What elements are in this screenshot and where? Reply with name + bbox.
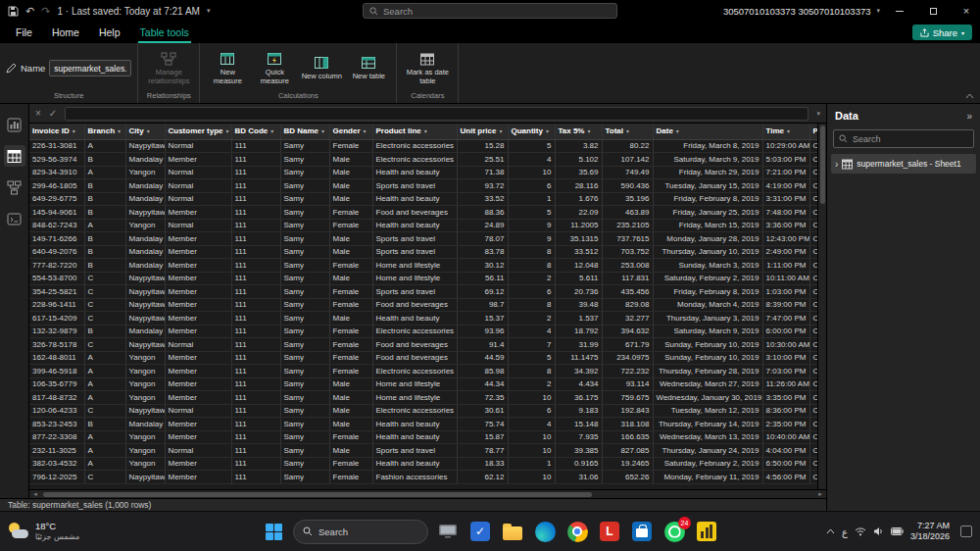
- grid-cell[interactable]: 11.1475: [555, 351, 602, 365]
- grid-cell[interactable]: 149-71-6266: [29, 232, 84, 246]
- grid-cell[interactable]: 0.9165: [555, 457, 602, 471]
- grid-cell[interactable]: Samy: [280, 206, 329, 220]
- grid-cell[interactable]: Normal: [165, 179, 231, 193]
- expand-chevron-icon[interactable]: ›: [835, 159, 838, 170]
- grid-cell[interactable]: 107.142: [602, 153, 653, 167]
- grid-cell[interactable]: Female: [329, 259, 372, 273]
- grid-cell[interactable]: Electronic accessories: [372, 365, 457, 378]
- grid-cell[interactable]: 8: [508, 259, 555, 273]
- grid-cell[interactable]: Normal: [165, 444, 231, 458]
- grid-cell[interactable]: Female: [329, 351, 372, 365]
- grid-cell[interactable]: Samy: [280, 325, 329, 338]
- grid-cell[interactable]: 1:11:00 PM: [762, 259, 809, 273]
- grid-cell[interactable]: 8: [508, 298, 555, 312]
- grid-cell[interactable]: 11:26:00 AM: [762, 377, 809, 391]
- grid-cell[interactable]: C: [809, 245, 817, 259]
- grid-cell[interactable]: 8:36:00 PM: [762, 404, 809, 418]
- grid-cell[interactable]: Naypyitaw: [125, 312, 165, 326]
- grid-cell[interactable]: Member: [165, 457, 231, 471]
- grid-cell[interactable]: 4: [508, 153, 555, 167]
- maximize-button[interactable]: [919, 0, 947, 22]
- grid-cell[interactable]: Mandalay: [125, 418, 165, 431]
- grid-cell[interactable]: 1: [508, 192, 555, 206]
- grid-cell[interactable]: Male: [329, 166, 372, 179]
- vertical-scrollbar[interactable]: [817, 124, 826, 489]
- grid-cell[interactable]: 56.11: [457, 272, 508, 285]
- grid-cell[interactable]: 3.82: [555, 139, 602, 153]
- grid-cell[interactable]: Monday, January 28, 2019: [653, 232, 762, 246]
- grid-cell[interactable]: 111: [231, 298, 280, 312]
- grid-cell[interactable]: Monday, March 4, 2019: [653, 298, 762, 312]
- column-header-product-line[interactable]: Product line▾: [372, 124, 457, 139]
- grid-cell[interactable]: 34.392: [555, 365, 602, 378]
- new-column-button[interactable]: New column: [300, 55, 343, 81]
- grid-cell[interactable]: 354-25-5821: [29, 285, 84, 299]
- grid-cell[interactable]: C: [809, 471, 817, 484]
- grid-cell[interactable]: 232-11-3025: [29, 444, 84, 458]
- grid-cell[interactable]: C: [84, 285, 125, 299]
- grid-cell[interactable]: 8: [508, 245, 555, 259]
- grid-cell[interactable]: 722.232: [602, 365, 653, 378]
- grid-cell[interactable]: 24.89: [457, 219, 508, 232]
- grid-cell[interactable]: 399-46-5918: [29, 365, 84, 378]
- grid-cell[interactable]: 111: [231, 166, 280, 179]
- grid-cell[interactable]: 7:03:00 PM: [762, 365, 809, 378]
- grid-cell[interactable]: 463.89: [602, 206, 653, 220]
- grid-cell[interactable]: 10:11:00 AM: [762, 272, 809, 285]
- grid-cell[interactable]: 85.98: [457, 365, 508, 378]
- grid-cell[interactable]: Yangon: [125, 377, 165, 391]
- grid-cell[interactable]: 3:36:00 PM: [762, 219, 809, 232]
- grid-cell[interactable]: 853-23-2453: [29, 418, 84, 431]
- grid-cell[interactable]: C: [809, 351, 817, 365]
- grid-cell[interactable]: 111: [231, 430, 280, 444]
- grid-cell[interactable]: 31.06: [555, 471, 602, 484]
- grid-cell[interactable]: 80.22: [602, 139, 653, 153]
- cancel-formula-icon[interactable]: ×: [35, 109, 41, 119]
- grid-cell[interactable]: 6: [508, 404, 555, 418]
- grid-cell[interactable]: Normal: [165, 166, 231, 179]
- grid-cell[interactable]: 3:35:00 PM: [762, 391, 809, 405]
- grid-cell[interactable]: Member: [165, 272, 231, 285]
- column-header-bd-code[interactable]: BD Code▾: [231, 124, 280, 139]
- grid-cell[interactable]: Wednesday, January 30, 2019: [653, 391, 762, 405]
- grid-cell[interactable]: Wednesday, March 13, 2019: [653, 430, 762, 444]
- grid-cell[interactable]: 5:03:00 PM: [762, 153, 809, 167]
- model-view-icon[interactable]: [4, 176, 25, 198]
- grid-cell[interactable]: Female: [329, 338, 372, 352]
- grid-cell[interactable]: Samy: [280, 351, 329, 365]
- grid-cell[interactable]: C: [809, 457, 817, 471]
- grid-cell[interactable]: Samy: [280, 444, 329, 458]
- filter-chevron-icon[interactable]: ▾: [587, 128, 590, 134]
- grid-cell[interactable]: 15.87: [457, 430, 508, 444]
- grid-cell[interactable]: Food and beverages: [372, 298, 457, 312]
- grid-cell[interactable]: 111: [231, 139, 280, 153]
- filter-chevron-icon[interactable]: ▾: [676, 128, 679, 134]
- grid-cell[interactable]: Naypyitaw: [125, 285, 165, 299]
- grid-cell[interactable]: 132-32-9879: [29, 325, 84, 338]
- grid-cell[interactable]: 234.0975: [602, 351, 653, 365]
- filter-chevron-icon[interactable]: ▾: [270, 128, 273, 134]
- grid-cell[interactable]: 31.99: [555, 338, 602, 352]
- grid-cell[interactable]: 15.28: [457, 139, 508, 153]
- grid-cell[interactable]: 12.048: [555, 259, 602, 273]
- tray-chevron-icon[interactable]: [826, 528, 835, 534]
- grid-cell[interactable]: Samy: [280, 471, 329, 484]
- grid-cell[interactable]: 111: [231, 259, 280, 273]
- autosave-chevron-icon[interactable]: ▾: [207, 7, 211, 15]
- column-header-tax-5-[interactable]: Tax 5%▾: [555, 124, 602, 139]
- grid-cell[interactable]: 703.752: [602, 245, 653, 259]
- store-icon[interactable]: [629, 519, 655, 544]
- notification-icon[interactable]: [960, 526, 972, 537]
- grid-cell[interactable]: 3:31:00 PM: [762, 192, 809, 206]
- grid-cell[interactable]: Monday, February 11, 2019: [653, 471, 762, 484]
- share-button[interactable]: Share ▾: [912, 25, 972, 40]
- grid-cell[interactable]: C: [84, 312, 125, 326]
- autosave-status[interactable]: 1 · Last saved: Today at 7:21 AM: [57, 6, 199, 17]
- grid-cell[interactable]: 6:00:00 PM: [762, 325, 809, 338]
- grid-cell[interactable]: Thursday, January 3, 2019: [653, 312, 762, 326]
- grid-cell[interactable]: 10: [508, 471, 555, 484]
- grid-cell[interactable]: Yangon: [125, 166, 165, 179]
- grid-cell[interactable]: 2: [508, 272, 555, 285]
- grid-cell[interactable]: Member: [165, 418, 231, 431]
- grid-cell[interactable]: Home and lifestyle: [372, 259, 457, 273]
